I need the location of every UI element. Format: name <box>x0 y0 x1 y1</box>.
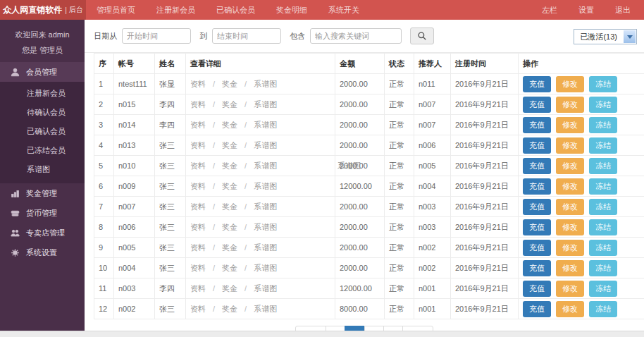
recharge-button[interactable]: 充值 <box>523 137 551 154</box>
genealogy-link[interactable]: 系谱图 <box>254 223 277 231</box>
profile-link[interactable]: 资料 <box>190 202 206 211</box>
search-button[interactable] <box>410 27 434 44</box>
edit-button[interactable]: 修改 <box>556 97 584 113</box>
edit-button[interactable]: 修改 <box>556 76 584 92</box>
cell-reg-date: 2016年9月21日 <box>451 176 519 197</box>
genealogy-link[interactable]: 系谱图 <box>254 264 277 272</box>
genealogy-link[interactable]: 系谱图 <box>254 161 277 170</box>
edit-button[interactable]: 修改 <box>556 301 584 317</box>
cell-referrer: n003 <box>414 197 451 217</box>
profile-link[interactable]: 资料 <box>190 305 206 313</box>
sidebar-item-frozen-members[interactable]: 已冻结会员 <box>0 141 85 160</box>
topnav-system-switch[interactable]: 系统开关 <box>318 0 370 20</box>
topnav-logout[interactable]: 退出 <box>605 0 641 20</box>
app-logo[interactable]: 众人网直销软件 | 后台 <box>0 0 86 20</box>
topnav-admin-home[interactable]: 管理员首页 <box>86 0 146 20</box>
recharge-button[interactable]: 充值 <box>523 76 551 92</box>
edit-button[interactable]: 修改 <box>556 219 584 235</box>
sidebar-item-confirmed-members[interactable]: 已确认会员 <box>0 122 85 141</box>
recharge-button[interactable]: 充值 <box>523 117 551 133</box>
recharge-button[interactable]: 充值 <box>523 158 551 174</box>
freeze-button[interactable]: 冻结 <box>589 117 617 133</box>
recharge-button[interactable]: 充值 <box>523 301 551 317</box>
bonus-link[interactable]: 奖金 <box>222 305 237 313</box>
bonus-link[interactable]: 奖金 <box>222 80 237 88</box>
edit-button[interactable]: 修改 <box>556 260 584 276</box>
profile-link[interactable]: 资料 <box>190 100 206 109</box>
sidebar-item-store-management[interactable]: 专卖店管理 <box>0 223 85 243</box>
topnav-register-member[interactable]: 注册新会员 <box>146 0 206 20</box>
sidebar-item-genealogy[interactable]: 系谱图 <box>0 160 85 179</box>
edit-button[interactable]: 修改 <box>556 158 584 174</box>
profile-link[interactable]: 资料 <box>190 161 206 170</box>
keyword-input[interactable] <box>310 28 402 44</box>
bonus-link[interactable]: 奖金 <box>222 121 237 129</box>
edit-button[interactable]: 修改 <box>556 281 584 297</box>
profile-link[interactable]: 资料 <box>190 141 206 149</box>
sidebar-item-system-settings[interactable]: 系统设置 <box>0 243 85 262</box>
sidebar-item-bonus-management[interactable]: 奖金管理 <box>0 183 85 203</box>
genealogy-link[interactable]: 系谱图 <box>254 202 277 211</box>
freeze-button[interactable]: 冻结 <box>589 260 617 276</box>
table-row: 4 n013 张三 资料/奖金/系谱图 2000.00 正常 n006 2016… <box>94 135 644 156</box>
recharge-button[interactable]: 充值 <box>523 281 551 297</box>
freeze-button[interactable]: 冻结 <box>589 281 617 297</box>
bonus-link[interactable]: 奖金 <box>222 100 237 109</box>
genealogy-link[interactable]: 系谱图 <box>254 141 277 149</box>
profile-link[interactable]: 资料 <box>190 182 206 190</box>
topnav-confirmed-members[interactable]: 已确认会员 <box>206 0 266 20</box>
freeze-button[interactable]: 冻结 <box>589 158 617 174</box>
bonus-link[interactable]: 奖金 <box>222 182 237 190</box>
genealogy-link[interactable]: 系谱图 <box>254 305 277 313</box>
topnav-left-column[interactable]: 左栏 <box>531 0 568 20</box>
genealogy-link[interactable]: 系谱图 <box>254 80 277 88</box>
profile-link[interactable]: 资料 <box>190 243 206 252</box>
bonus-link[interactable]: 奖金 <box>222 202 237 211</box>
freeze-button[interactable]: 冻结 <box>589 240 617 256</box>
edit-button[interactable]: 修改 <box>556 117 584 133</box>
profile-link[interactable]: 资料 <box>190 223 206 231</box>
genealogy-link[interactable]: 系谱图 <box>254 100 277 109</box>
profile-link[interactable]: 资料 <box>190 284 206 293</box>
genealogy-link[interactable]: 系谱图 <box>254 121 277 129</box>
sidebar-item-member-management[interactable]: 会员管理 <box>0 62 85 82</box>
sidebar-item-pending-members[interactable]: 待确认会员 <box>0 103 85 122</box>
sidebar-item-register-new-member[interactable]: 注册新会员 <box>0 84 85 103</box>
edit-button[interactable]: 修改 <box>556 137 584 154</box>
recharge-button[interactable]: 充值 <box>523 199 551 215</box>
genealogy-link[interactable]: 系谱图 <box>254 182 277 190</box>
freeze-button[interactable]: 冻结 <box>589 97 617 113</box>
freeze-button[interactable]: 冻结 <box>589 301 617 317</box>
bonus-link[interactable]: 奖金 <box>222 161 237 170</box>
edit-button[interactable]: 修改 <box>556 240 584 256</box>
topnav-bonus-detail[interactable]: 奖金明细 <box>266 0 318 20</box>
bonus-link[interactable]: 奖金 <box>222 141 237 149</box>
freeze-button[interactable]: 冻结 <box>589 178 617 195</box>
bonus-link[interactable]: 奖金 <box>222 264 237 272</box>
profile-link[interactable]: 资料 <box>190 121 206 129</box>
bonus-link[interactable]: 奖金 <box>222 223 237 231</box>
sidebar-item-currency-management[interactable]: 货币管理 <box>0 203 85 223</box>
bonus-link[interactable]: 奖金 <box>222 284 237 293</box>
profile-link[interactable]: 资料 <box>190 264 206 272</box>
edit-button[interactable]: 修改 <box>556 199 584 215</box>
genealogy-link[interactable]: 系谱图 <box>254 284 277 293</box>
freeze-button[interactable]: 冻结 <box>589 199 617 215</box>
recharge-button[interactable]: 充值 <box>523 240 551 256</box>
recharge-button[interactable]: 充值 <box>523 97 551 113</box>
amount-value: 2000.00 <box>340 264 368 272</box>
recharge-button[interactable]: 充值 <box>523 178 551 195</box>
date-to-input[interactable] <box>212 28 281 44</box>
genealogy-link[interactable]: 系谱图 <box>254 243 277 252</box>
freeze-button[interactable]: 冻结 <box>589 219 617 235</box>
edit-button[interactable]: 修改 <box>556 178 584 195</box>
freeze-button[interactable]: 冻结 <box>589 137 617 154</box>
recharge-button[interactable]: 充值 <box>523 219 551 235</box>
freeze-button[interactable]: 冻结 <box>589 76 617 92</box>
bonus-link[interactable]: 奖金 <box>222 243 237 252</box>
topnav-settings[interactable]: 设置 <box>568 0 605 20</box>
date-from-input[interactable] <box>122 28 191 44</box>
status-filter-select[interactable]: 已激活(13) <box>574 29 637 44</box>
recharge-button[interactable]: 充值 <box>523 260 551 276</box>
profile-link[interactable]: 资料 <box>190 80 206 88</box>
